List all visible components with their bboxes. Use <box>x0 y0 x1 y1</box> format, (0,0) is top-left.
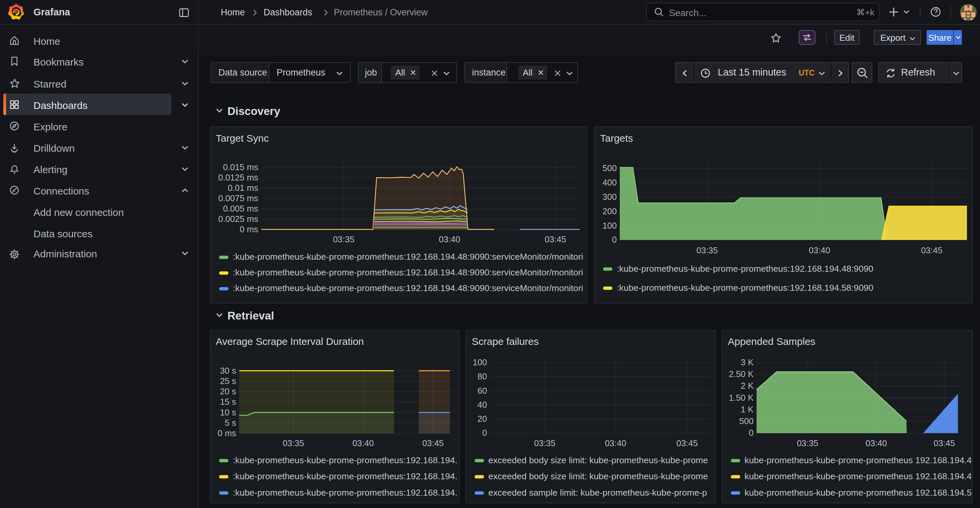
svg-text:20: 20 <box>477 414 487 423</box>
svg-text:03:45: 03:45 <box>677 438 698 448</box>
svg-text:0.015 ms: 0.015 ms <box>223 162 258 172</box>
svg-text:300: 300 <box>602 192 617 202</box>
svg-text:kube-prometheus-kube-prome-pro: kube-prometheus-kube-prome-prometheus 19… <box>745 487 972 497</box>
svg-text:10 s: 10 s <box>220 407 236 417</box>
svg-text::kube-prometheus-kube-prome-pr: :kube-prometheus-kube-prome-prometheus:1… <box>232 455 457 465</box>
svg-text::kube-prometheus-kube-prome-pr: :kube-prometheus-kube-prome-prometheus:1… <box>232 252 583 262</box>
svg-text:exceeded body size limit: kube: exceeded body size limit: kube-prometheu… <box>488 455 708 465</box>
svg-text:2.50 K: 2.50 K <box>729 369 754 378</box>
svg-text:0 ms: 0 ms <box>239 225 258 234</box>
svg-text:1 K: 1 K <box>741 405 754 414</box>
svg-text:100: 100 <box>602 221 617 230</box>
svg-text:30 s: 30 s <box>220 366 236 375</box>
svg-text:500: 500 <box>739 416 754 425</box>
svg-text:03:35: 03:35 <box>797 438 818 448</box>
svg-text:03:35: 03:35 <box>696 246 718 255</box>
svg-text:kube-prometheus-kube-prome-pro: kube-prometheus-kube-prome-prometheus 19… <box>745 455 972 465</box>
svg-text:exceeded sample limit: kube-pr: exceeded sample limit: kube-prometheus-k… <box>488 487 707 497</box>
svg-text:80: 80 <box>477 371 487 381</box>
svg-text:03:45: 03:45 <box>921 246 943 255</box>
svg-text:03:40: 03:40 <box>352 438 374 448</box>
svg-text::kube-prometheus-kube-prome-pr: :kube-prometheus-kube-prome-prometheus:1… <box>232 471 457 481</box>
svg-text::kube-prometheus-kube-prome-pr: :kube-prometheus-kube-prome-prometheus:1… <box>617 264 873 274</box>
svg-text:25 s: 25 s <box>220 376 236 385</box>
svg-text:0.0025 ms: 0.0025 ms <box>218 214 258 224</box>
svg-text:03:45: 03:45 <box>422 438 444 448</box>
svg-text:03:45: 03:45 <box>934 438 955 448</box>
svg-text:03:40: 03:40 <box>865 438 887 448</box>
svg-text:kube-prometheus-kube-prome-pro: kube-prometheus-kube-prome-prometheus 19… <box>745 471 972 481</box>
svg-text:0.005 ms: 0.005 ms <box>223 204 258 213</box>
svg-text:03:35: 03:35 <box>282 438 304 448</box>
svg-text:60: 60 <box>477 386 487 395</box>
svg-text::kube-prometheus-kube-prome-pr: :kube-prometheus-kube-prome-prometheus:1… <box>232 487 457 497</box>
svg-text::kube-prometheus-kube-prome-pr: :kube-prometheus-kube-prome-prometheus:1… <box>232 283 583 293</box>
svg-text:03:40: 03:40 <box>605 438 627 448</box>
svg-text:0.0075 ms: 0.0075 ms <box>218 194 258 203</box>
svg-text::kube-prometheus-kube-prome-pr: :kube-prometheus-kube-prome-prometheus:1… <box>232 267 583 278</box>
svg-text:exceeded body size limit: kube: exceeded body size limit: kube-prometheu… <box>488 471 708 481</box>
svg-text:20 s: 20 s <box>220 387 236 396</box>
svg-text:0.0125 ms: 0.0125 ms <box>218 173 258 182</box>
svg-text:03:40: 03:40 <box>439 235 460 244</box>
svg-text:0.01 ms: 0.01 ms <box>228 183 258 192</box>
svg-text:15 s: 15 s <box>220 397 236 406</box>
svg-text:03:35: 03:35 <box>332 235 354 244</box>
svg-text:200: 200 <box>602 206 617 216</box>
svg-text:0: 0 <box>749 428 754 438</box>
svg-text:100: 100 <box>473 357 487 367</box>
svg-text:0 ms: 0 ms <box>217 429 236 438</box>
svg-text:2 K: 2 K <box>741 381 754 391</box>
svg-text:3 K: 3 K <box>741 357 754 367</box>
svg-text:0: 0 <box>612 235 617 244</box>
svg-text::kube-prometheus-kube-prome-pr: :kube-prometheus-kube-prome-prometheus:1… <box>617 283 873 293</box>
svg-text:5 s: 5 s <box>224 418 236 427</box>
svg-text:0: 0 <box>482 428 487 437</box>
svg-text:03:40: 03:40 <box>809 246 830 255</box>
svg-text:400: 400 <box>602 178 617 187</box>
svg-text:1.50 K: 1.50 K <box>729 393 754 402</box>
svg-text:03:35: 03:35 <box>534 438 555 448</box>
svg-text:500: 500 <box>602 164 617 173</box>
svg-text:40: 40 <box>477 400 487 409</box>
svg-text:03:45: 03:45 <box>544 235 566 244</box>
